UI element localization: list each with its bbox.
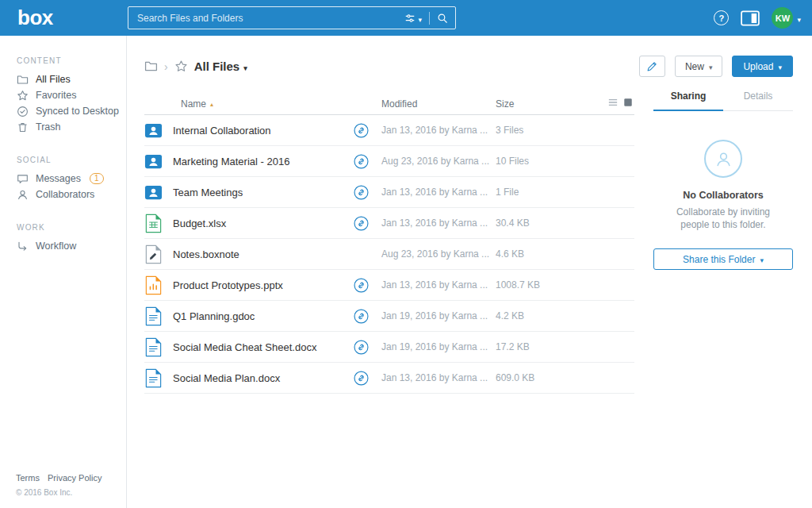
details-panel: Sharing Details No Collaborators Collabo… <box>653 90 793 270</box>
table-row[interactable]: Team MeetingsJan 13, 2016 by Karna ...1 … <box>144 177 634 208</box>
panel-toggle-button[interactable] <box>741 10 760 26</box>
shared-link-icon[interactable] <box>347 278 375 293</box>
gdoc-file-icon <box>144 306 173 326</box>
list-view-button[interactable] <box>608 98 618 107</box>
file-name[interactable]: Team Meetings <box>173 187 347 198</box>
unread-count-badge: 1 <box>90 173 104 184</box>
upload-button-label: Upload <box>743 61 773 72</box>
chevron-down-icon <box>418 11 422 25</box>
no-collaborators-title: No Collaborators <box>653 190 793 201</box>
message-icon <box>17 173 29 185</box>
sort-asc-icon <box>210 101 213 108</box>
column-header-name[interactable]: Name <box>173 98 347 110</box>
collaborators-empty-state: No Collaborators Collaborate by inviting… <box>653 140 793 270</box>
file-name[interactable]: Marketing Material - 2016 <box>173 156 347 167</box>
table-row[interactable]: Marketing Material - 2016Aug 23, 2016 by… <box>144 146 634 177</box>
sidebar-item-synced-to-desktop[interactable]: Synced to Desktop <box>0 103 126 119</box>
sidebar-sections: CONTENTAll FilesFavoritesSynced to Deskt… <box>0 56 126 254</box>
file-modified: Jan 13, 2016 by Karna ... <box>375 125 492 136</box>
sidebar-item-label: All Files <box>36 74 71 85</box>
table-row[interactable]: Budget.xlsxJan 13, 2016 by Karna ...30.4… <box>144 208 634 239</box>
file-list: Internal CollaborationJan 13, 2016 by Ka… <box>144 115 634 394</box>
file-table: Name Modified Size Internal Collaboratio… <box>144 94 634 394</box>
sidebar-item-collaborators[interactable]: Collaborators <box>0 187 126 202</box>
sidebar-section-title: CONTENT <box>0 56 126 65</box>
help-button[interactable] <box>714 10 729 25</box>
file-name[interactable]: Q1 Planning.gdoc <box>173 310 347 322</box>
tab-details[interactable]: Details <box>723 90 793 110</box>
table-row[interactable]: Q1 Planning.gdocJan 19, 2016 by Karna ..… <box>144 301 634 332</box>
pen-button[interactable] <box>639 56 665 77</box>
account-menu[interactable]: KW <box>772 7 801 29</box>
breadcrumb: All Files <box>144 56 247 77</box>
sidebar-item-workflow[interactable]: Workflow <box>0 238 126 254</box>
avatar[interactable]: KW <box>772 7 793 29</box>
chevron-down-icon <box>243 60 247 73</box>
sidebar-footer: Terms Privacy Policy © 2016 Box Inc. <box>16 473 102 497</box>
file-name[interactable]: Internal Collaboration <box>173 125 347 137</box>
list-view-icon <box>608 98 618 107</box>
copyright: © 2016 Box Inc. <box>16 488 102 497</box>
sidebar-item-messages[interactable]: Messages1 <box>0 171 126 187</box>
folder-file-icon <box>144 152 173 171</box>
chevron-down-icon[interactable] <box>797 11 801 25</box>
shared-link-icon[interactable] <box>347 154 375 169</box>
share-folder-button[interactable]: Share this Folder <box>653 248 793 270</box>
shared-link-icon[interactable] <box>347 371 375 386</box>
collaborator-person-icon <box>704 140 742 178</box>
search-bar <box>128 6 456 29</box>
sidebar-item-favorites[interactable]: Favorites <box>0 87 126 103</box>
favorite-star-icon[interactable] <box>174 60 188 73</box>
file-modified: Jan 13, 2016 by Karna ... <box>375 279 492 291</box>
file-name[interactable]: Social Media Cheat Sheet.docx <box>173 341 347 353</box>
column-label: Name <box>181 98 206 110</box>
sidebar-section-title: SOCIAL <box>0 156 126 164</box>
folder-icon <box>17 74 29 86</box>
privacy-policy-link[interactable]: Privacy Policy <box>48 473 102 483</box>
file-size: 609.0 KB <box>492 372 634 383</box>
chevron-down-icon <box>709 61 713 72</box>
shared-link-icon[interactable] <box>347 340 375 355</box>
shared-link-icon[interactable] <box>347 123 375 138</box>
sidebar: CONTENTAll FilesFavoritesSynced to Deskt… <box>0 36 127 508</box>
breadcrumb-folder-icon[interactable] <box>144 60 158 73</box>
table-row[interactable]: Social Media Cheat Sheet.docxJan 19, 201… <box>144 332 634 363</box>
breadcrumb-current[interactable]: All Files <box>194 60 247 73</box>
file-modified: Jan 19, 2016 by Karna ... <box>375 341 492 352</box>
tab-sharing[interactable]: Sharing <box>653 90 723 111</box>
workflow-icon <box>17 241 29 252</box>
search-filter-icon[interactable] <box>404 13 416 24</box>
breadcrumb-chevron <box>164 60 168 73</box>
file-name[interactable]: Notes.boxnote <box>173 248 347 260</box>
sync-check-icon <box>17 106 29 117</box>
search-icon[interactable] <box>437 13 448 24</box>
sidebar-item-all-files[interactable]: All Files <box>0 71 126 87</box>
file-size: 17.2 KB <box>492 341 634 352</box>
shared-link-icon[interactable] <box>347 309 375 324</box>
upload-button[interactable]: Upload <box>732 56 793 77</box>
grid-view-button[interactable] <box>623 98 633 107</box>
file-size: 30.4 KB <box>492 217 634 229</box>
file-name[interactable]: Product Prototypes.pptx <box>173 279 347 291</box>
table-row[interactable]: Internal CollaborationJan 13, 2016 by Ka… <box>144 115 634 146</box>
column-header-modified[interactable]: Modified <box>375 98 492 110</box>
sidebar-item-trash[interactable]: Trash <box>0 119 126 135</box>
action-buttons: New Upload <box>639 56 793 77</box>
powerpoint-file-icon <box>144 275 173 295</box>
file-name[interactable]: Budget.xlsx <box>173 217 347 229</box>
table-row[interactable]: Product Prototypes.pptxJan 13, 2016 by K… <box>144 270 634 301</box>
chevron-down-icon <box>778 61 782 72</box>
file-name[interactable]: Social Media Plan.docx <box>173 372 347 384</box>
shared-link-icon[interactable] <box>347 216 375 231</box>
file-size: 3 Files <box>492 125 634 136</box>
new-button[interactable]: New <box>675 56 723 77</box>
table-row[interactable]: Notes.boxnoteAug 23, 2016 by Karna ...4.… <box>144 239 634 270</box>
sidebar-section: WORKWorkflow <box>0 223 126 254</box>
terms-link[interactable]: Terms <box>16 473 40 483</box>
shared-link-icon[interactable] <box>347 185 375 200</box>
search-input[interactable] <box>137 13 404 24</box>
file-modified: Jan 13, 2016 by Karna ... <box>375 187 492 198</box>
table-row[interactable]: Social Media Plan.docxJan 13, 2016 by Ka… <box>144 363 634 394</box>
sidebar-section-title: WORK <box>0 223 126 232</box>
file-size: 1 File <box>492 187 634 198</box>
